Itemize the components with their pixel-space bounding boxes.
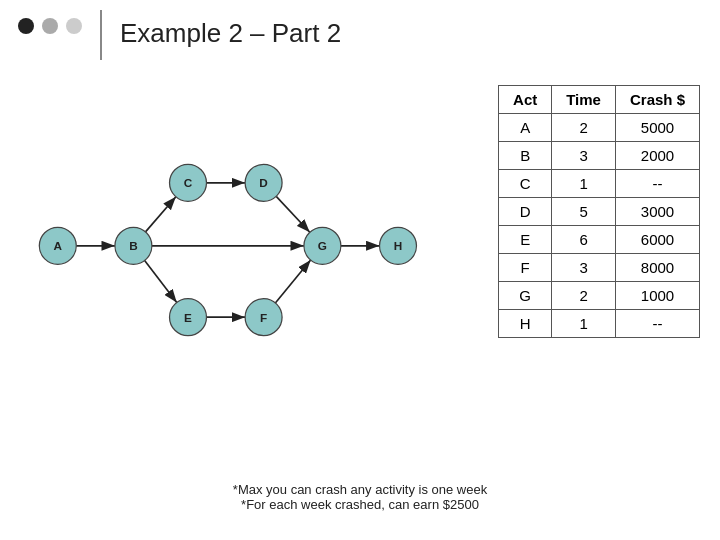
table-cell: 5 — [552, 198, 616, 226]
node-D: D — [245, 164, 282, 201]
table-cell: 8000 — [615, 254, 699, 282]
footnote-line2: *For each week crashed, can earn $2500 — [233, 497, 487, 512]
node-A: A — [39, 227, 76, 264]
table-cell: -- — [615, 170, 699, 198]
network-edge — [276, 196, 310, 232]
table-row: G21000 — [499, 282, 700, 310]
network-edge — [275, 260, 310, 303]
network-svg: ABCDEFGH — [20, 80, 440, 420]
table-cell: C — [499, 170, 552, 198]
header-divider — [100, 10, 102, 60]
svg-text:G: G — [318, 239, 327, 252]
svg-text:C: C — [184, 176, 193, 189]
svg-text:B: B — [129, 239, 138, 252]
table-cell: D — [499, 198, 552, 226]
table-cell: F — [499, 254, 552, 282]
table-row: F38000 — [499, 254, 700, 282]
svg-text:H: H — [394, 239, 403, 252]
dot-3 — [66, 18, 82, 34]
node-H: H — [380, 227, 417, 264]
col-act: Act — [499, 86, 552, 114]
table-cell: 2 — [552, 114, 616, 142]
table-cell: 6000 — [615, 226, 699, 254]
svg-text:D: D — [259, 176, 268, 189]
table-row: A25000 — [499, 114, 700, 142]
table-row: D53000 — [499, 198, 700, 226]
node-G: G — [304, 227, 341, 264]
table-cell: -- — [615, 310, 699, 338]
table-cell: 1000 — [615, 282, 699, 310]
table-cell: 2000 — [615, 142, 699, 170]
node-E: E — [170, 299, 207, 336]
table-cell: 1 — [552, 310, 616, 338]
table-row: C1-- — [499, 170, 700, 198]
table-cell: 1 — [552, 170, 616, 198]
svg-text:A: A — [54, 239, 63, 252]
table-cell: 3 — [552, 142, 616, 170]
table-cell: B — [499, 142, 552, 170]
footnote: *Max you can crash any activity is one w… — [233, 482, 487, 512]
network-diagram: ABCDEFGH — [20, 80, 440, 420]
table-cell: A — [499, 114, 552, 142]
table-cell: 6 — [552, 226, 616, 254]
node-F: F — [245, 299, 282, 336]
dot-2 — [42, 18, 58, 34]
table-cell: 3000 — [615, 198, 699, 226]
page-title: Example 2 – Part 2 — [120, 18, 341, 49]
svg-text:E: E — [184, 311, 192, 324]
node-B: B — [115, 227, 152, 264]
table-cell: 5000 — [615, 114, 699, 142]
node-C: C — [170, 164, 207, 201]
table-row: H1-- — [499, 310, 700, 338]
network-edge — [145, 260, 177, 302]
table-cell: 3 — [552, 254, 616, 282]
svg-text:F: F — [260, 311, 267, 324]
table-row: B32000 — [499, 142, 700, 170]
col-time: Time — [552, 86, 616, 114]
table-cell: 2 — [552, 282, 616, 310]
table-cell: H — [499, 310, 552, 338]
col-crash: Crash $ — [615, 86, 699, 114]
table-row: E66000 — [499, 226, 700, 254]
table-cell: G — [499, 282, 552, 310]
crash-table: Act Time Crash $ A25000B32000C1--D53000E… — [498, 85, 700, 338]
dot-1 — [18, 18, 34, 34]
header-dots — [18, 18, 82, 34]
table-cell: E — [499, 226, 552, 254]
footnote-line1: *Max you can crash any activity is one w… — [233, 482, 487, 497]
network-edge — [146, 197, 176, 232]
